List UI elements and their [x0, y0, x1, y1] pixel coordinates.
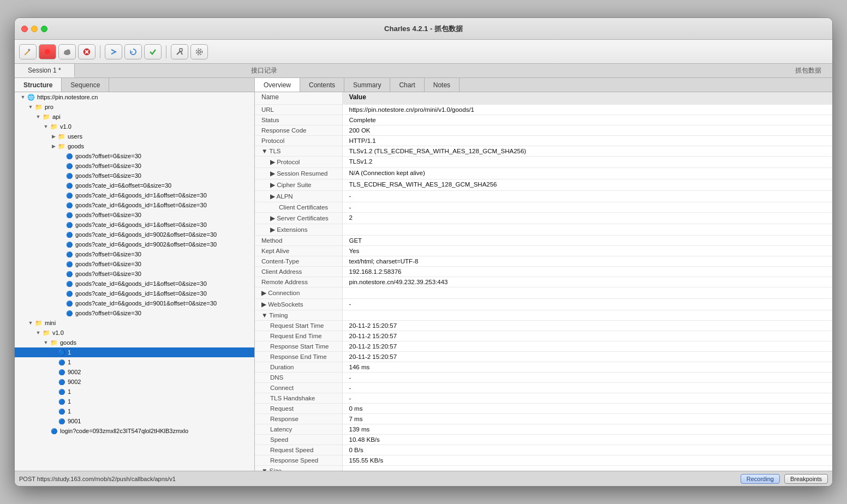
refresh-button[interactable]: [124, 44, 142, 59]
tree-goods-item-13[interactable]: 🔵 goods?offset=0&size=30: [15, 269, 254, 279]
value-method: GET: [342, 235, 832, 245]
tree-goods-item-6[interactable]: 🔵 goods?cate_id=6&goods_id=1&offset=0&si…: [15, 200, 254, 210]
main-window: Charles 4.2.1 - 抓包数据: [14, 17, 833, 487]
row-response-code: Response Code 200 OK: [255, 125, 832, 135]
tree-item-9002b[interactable]: 🔵 9002: [15, 377, 254, 387]
row-alpn[interactable]: ▶ ALPN -: [255, 190, 832, 202]
tab-overview[interactable]: Overview: [255, 78, 300, 92]
value-status: Complete: [342, 115, 832, 125]
tree-label-api: api: [52, 113, 61, 120]
tree-goods-folder[interactable]: ▶ 📁 goods: [15, 141, 254, 151]
tree-goods-item-10[interactable]: 🔵 goods?cate_id=6&goods_id=9002&offset=0…: [15, 239, 254, 249]
label-response-start: Response Start Time: [255, 341, 342, 351]
file-icon: 🔵: [65, 201, 74, 209]
tree-users[interactable]: ▶ 📁 users: [15, 131, 254, 141]
file-icon: 🔵: [65, 221, 74, 229]
label-remote-address: Remote Address: [255, 277, 342, 287]
tree-label: 9002: [68, 379, 81, 385]
tree-toggle-root[interactable]: ▼: [19, 94, 27, 100]
cloud-button[interactable]: [58, 44, 76, 59]
tree-toggle-goods[interactable]: ▶: [50, 143, 57, 149]
tree-goods-item-4[interactable]: 🔵 goods?cate_id=6&offset=0&size=30: [15, 181, 254, 190]
tree-toggle-users[interactable]: ▶: [50, 134, 57, 139]
tree-goods-item-12[interactable]: 🔵 goods?offset=0&size=30: [15, 259, 254, 269]
tree-area[interactable]: ▼ 🌐 https://pin.notestore.cn ▼ 📁 pro ▼ 📁: [15, 92, 254, 471]
row-size[interactable]: ▼ Size: [255, 465, 832, 471]
tree-goods-item-16[interactable]: 🔵 goods?cate_id=6&goods_id=9001&offset=0…: [15, 298, 254, 308]
tree-api[interactable]: ▼ 📁 api: [15, 112, 254, 122]
tree-goods-item-17[interactable]: 🔵 goods?offset=0&size=30: [15, 308, 254, 318]
row-kept-alive: Kept Alive Yes: [255, 245, 832, 256]
row-extensions[interactable]: ▶ Extensions: [255, 224, 832, 235]
tree-toggle-v1-pro[interactable]: ▼: [42, 124, 50, 129]
row-connection[interactable]: ▶ Connection: [255, 287, 832, 298]
tree-pro[interactable]: ▼ 📁 pro: [15, 102, 254, 112]
tree-goods-item-3[interactable]: 🔵 goods?offset=0&size=30: [15, 171, 254, 181]
tree-toggle-api[interactable]: ▼: [34, 114, 42, 119]
settings-button[interactable]: [190, 44, 208, 59]
tree-goods-item-11[interactable]: 🔵 goods?offset=0&size=30: [15, 249, 254, 259]
tree-label: goods?offset=0&size=30: [75, 251, 141, 257]
row-remote-address: Remote Address pin.notestore.cn/49.232.3…: [255, 277, 832, 287]
row-websockets[interactable]: ▶ WebSockets -: [255, 298, 832, 310]
tree-goods-item-5[interactable]: 🔵 goods?cate_id=6&goods_id=1&offset=0&si…: [15, 190, 254, 200]
row-request-end: Request End Time 20-11-2 15:20:57: [255, 331, 832, 341]
row-timing[interactable]: ▼ Timing: [255, 310, 832, 320]
file-icon: 🔵: [65, 250, 74, 258]
row-server-certs[interactable]: ▶ Server Certificates 2: [255, 212, 832, 224]
tree-item-9001[interactable]: 🔵 9001: [15, 416, 254, 426]
tree-goods-item-14[interactable]: 🔵 goods?cate_id=6&goods_id=1&offset=0&si…: [15, 279, 254, 289]
tree-item-1e[interactable]: 🔵 1: [15, 406, 254, 416]
value-timing: [342, 310, 832, 320]
record-button[interactable]: [39, 44, 56, 59]
tab-notes[interactable]: Notes: [425, 78, 460, 92]
tree-label: goods?offset=0&size=30: [75, 261, 141, 267]
tree-goods-item-2[interactable]: 🔵 goods?offset=0&size=30: [15, 161, 254, 171]
breakpoints-button[interactable]: Breakpoints: [784, 474, 828, 484]
label-response-timing: Response: [255, 413, 342, 424]
tab-chart[interactable]: Chart: [390, 78, 424, 92]
label-connect: Connect: [255, 382, 342, 393]
tab-structure[interactable]: Structure: [15, 78, 62, 92]
tree-item-1-selected[interactable]: 🔵 1: [15, 347, 254, 357]
tree-label: goods?offset=0&size=30: [75, 172, 141, 179]
tree-mini[interactable]: ▼ 📁 mini: [15, 318, 254, 328]
tree-toggle-pro[interactable]: ▼: [27, 104, 34, 110]
check-button[interactable]: [144, 44, 162, 59]
recording-button[interactable]: Recording: [741, 474, 780, 484]
tools-button[interactable]: [171, 44, 188, 59]
arrow-button[interactable]: [105, 44, 122, 59]
tree-label: goods?cate_id=6&goods_id=1&offset=0&size…: [75, 280, 207, 287]
tree-goods-item-1[interactable]: 🔵 goods?offset=0&size=30: [15, 151, 254, 161]
tab-contents[interactable]: Contents: [300, 78, 344, 92]
tree-goods-mini[interactable]: ▼ 📁 goods: [15, 338, 254, 347]
stop-button[interactable]: [78, 44, 96, 59]
tab-sequence[interactable]: Sequence: [62, 78, 109, 92]
tree-item-9002a[interactable]: 🔵 9002: [15, 367, 254, 377]
maximize-button[interactable]: [41, 26, 47, 32]
tree-toggle-goods-mini[interactable]: ▼: [42, 340, 50, 345]
tree-goods-item-15[interactable]: 🔵 goods?cate_id=6&goods_id=1&offset=0&si…: [15, 289, 254, 298]
tree-toggle-v1-mini[interactable]: ▼: [34, 330, 42, 335]
tree-toggle-mini[interactable]: ▼: [27, 320, 34, 326]
session-tab[interactable]: Session 1 *: [15, 64, 75, 77]
tree-item-1b[interactable]: 🔵 1: [15, 357, 254, 367]
value-request-speed: 0 B/s: [342, 445, 832, 455]
pen-tool-button[interactable]: [19, 44, 37, 59]
tree-goods-item-7[interactable]: 🔵 goods?offset=0&size=30: [15, 210, 254, 220]
value-response-end: 20-11-2 15:20:57: [342, 351, 832, 362]
row-tls-section[interactable]: ▼ TLS TLSv1.2 (TLS_ECDHE_RSA_WITH_AES_12…: [255, 146, 832, 156]
row-dns: DNS -: [255, 372, 832, 382]
tree-root[interactable]: ▼ 🌐 https://pin.notestore.cn: [15, 92, 254, 102]
tree-goods-item-8[interactable]: 🔵 goods?cate_id=6&goods_id=1&offset=0&si…: [15, 220, 254, 230]
row-tls-protocol: ▶ Protocol TLSv1.2: [255, 156, 832, 167]
minimize-button[interactable]: [31, 26, 38, 32]
tree-v1-mini[interactable]: ▼ 📁 v1.0: [15, 328, 254, 338]
tree-item-1c[interactable]: 🔵 1: [15, 387, 254, 397]
tree-login[interactable]: 🔵 login?code=093zmxll2c3IT547qlol2tHKlB3…: [15, 426, 254, 436]
tree-v1-pro[interactable]: ▼ 📁 v1.0: [15, 122, 254, 131]
tree-goods-item-9[interactable]: 🔵 goods?cate_id=6&goods_id=9002&offset=0…: [15, 230, 254, 239]
tab-summary[interactable]: Summary: [344, 78, 390, 92]
close-button[interactable]: [21, 26, 28, 32]
tree-item-1d[interactable]: 🔵 1: [15, 397, 254, 406]
